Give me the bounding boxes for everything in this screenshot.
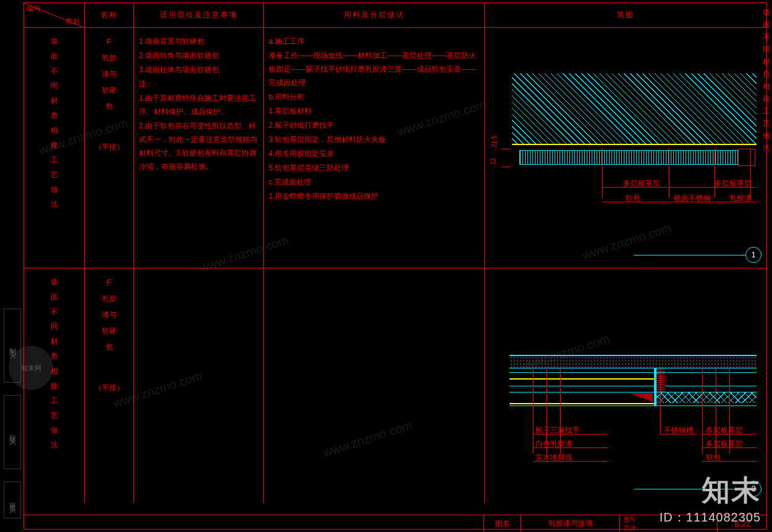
name-sub: （平接） xyxy=(90,139,128,155)
footer-code: B-22 xyxy=(718,515,767,532)
diagram1-leader xyxy=(669,149,669,198)
category-text: 墙面不同材质相接工艺做法 xyxy=(29,34,79,212)
diagram1-dim xyxy=(501,149,511,167)
d1-label-c: 软包 xyxy=(626,193,640,204)
cell-methods xyxy=(264,268,485,503)
diagram1-leader xyxy=(602,149,603,198)
diagram2-red-hatch xyxy=(657,368,665,392)
table-row: 墙面不同材质相接工艺做法 F乳胶漆与软硬包 （平接） xyxy=(24,268,766,503)
footer-yeci-label: 页次 xyxy=(624,524,636,532)
d1-label-e: 乳胶漆 xyxy=(729,193,752,204)
title-block: 图名 乳胶漆与玻璃 图号 页次 B-22 xyxy=(23,515,767,532)
footer-tuming-value: 乳胶漆与玻璃 xyxy=(521,515,620,532)
diagram2-red-wedge xyxy=(629,393,653,402)
diagram1-yellow-line xyxy=(512,144,757,145)
d2-left-a: 腻子三遍找平 xyxy=(535,425,580,436)
footer-tuhao-label: 图号 xyxy=(624,515,636,524)
diagram2-speckle xyxy=(510,355,757,368)
diagram1-leader xyxy=(715,149,715,198)
cell-diagram-1: 21.5 12 多层板基层 多层板基层 软包 镜面不锈钢 乳胶漆 1 xyxy=(485,28,766,268)
left-strip-3: 审核人 xyxy=(4,481,21,518)
diagram2-leader xyxy=(702,367,703,454)
footer-spacer xyxy=(23,515,484,532)
header-diagonal: 编号 类别 xyxy=(24,3,85,27)
cell-name: F乳胶漆与软硬包 （平接） xyxy=(85,268,134,503)
name-main: F乳胶漆与软硬包 xyxy=(90,34,128,114)
cell-category: 墙面不同材质相接工艺做法 xyxy=(24,28,85,268)
header-diagram: 简图 xyxy=(485,3,766,27)
d2-right-a: 多层板基层 xyxy=(706,425,743,436)
cell-name: F乳胶漆与软硬包 （平接） xyxy=(85,28,134,268)
d1-label-a: 多层板基层 xyxy=(623,178,660,189)
d2-left-b: 白色乳胶漆 xyxy=(535,439,573,449)
header-note: 适用部位及注意事项 xyxy=(134,3,264,27)
right-vertical-title: 墙面不同材质相接工艺做法 xyxy=(762,6,771,154)
d1-label-d: 镜面不锈钢 xyxy=(674,193,711,204)
footer-tuhao: 图号 页次 xyxy=(620,515,718,532)
cell-notes xyxy=(134,268,264,503)
header-diag-top: 编号 xyxy=(27,4,41,14)
d2-mid: 不锈钢槽 xyxy=(664,425,694,436)
diagram2-leader xyxy=(660,367,661,435)
header-diag-bottom: 类别 xyxy=(65,17,80,26)
cell-methods: a.施工工序准备工作——现场放线——材料加工——基层处理——基层防火板固定——腻… xyxy=(264,28,485,268)
notes-text: 1.墙面背景与软硬包2.墙面转角与墙面软硬包3.墙面柱体与墙面软硬包注：1.由于… xyxy=(139,35,258,173)
d1-label-b: 多层板基层 xyxy=(715,178,752,189)
cell-diagram-2: 腻子三遍找平 白色乳胶漆 实木地脚线 不锈钢槽 多层板基层 多层板基层 软包 2 xyxy=(485,268,766,503)
diagram1-dim2: 12 xyxy=(490,158,497,165)
footer-tuming-label: 图名 xyxy=(484,515,521,532)
d2-right-b: 多层板基层 xyxy=(706,439,743,449)
name-sub: （平接） xyxy=(90,380,128,396)
table-row: 墙面不同材质相接工艺做法 F乳胶漆与软硬包 （平接） 1.墙面背景与软硬包2.墙… xyxy=(24,28,766,268)
d2-right-c: 软包 xyxy=(706,452,721,463)
diagram2-marker: 2 xyxy=(745,481,762,497)
diagram1-red-box xyxy=(738,149,755,166)
diagram2-yellow xyxy=(510,378,654,380)
diagram1-dim1: 21.5 xyxy=(491,136,498,148)
diagram1-uline xyxy=(669,187,715,188)
name-main: F乳胶漆与软硬包 xyxy=(90,275,128,355)
cell-notes: 1.墙面背景与软硬包2.墙面转角与墙面软硬包3.墙面柱体与墙面软硬包注：1.由于… xyxy=(134,28,264,268)
table-header: 编号 类别 名称 适用部位及注意事项 用料及分层做法 简图 xyxy=(24,3,766,28)
diagram1-marker-line xyxy=(634,255,745,256)
header-name: 名称 xyxy=(85,3,134,27)
diagram1-leader xyxy=(750,149,751,198)
diagram2-marker-line xyxy=(634,489,745,489)
header-method: 用料及分层做法 xyxy=(264,3,485,27)
left-strip-2: 校核人 xyxy=(4,395,21,469)
diagram1-hatch xyxy=(512,73,757,145)
diagram2-crosshatch xyxy=(657,392,757,403)
methods-text: a.施工工序准备工作——现场放线——材料加工——基层处理——基层防火板固定——腻… xyxy=(269,35,479,203)
drawing-frame: 编号 类别 名称 适用部位及注意事项 用料及分层做法 简图 墙面不同材质相接工艺… xyxy=(23,2,767,530)
diagram1-marker: 1 xyxy=(745,247,762,263)
left-strip-1: 制图人 xyxy=(4,309,21,383)
diagram1-band xyxy=(519,150,738,165)
category-text: 墙面不同材质相接工艺做法 xyxy=(29,275,79,452)
diagram2-leader xyxy=(533,367,534,454)
diagram2-yellow xyxy=(510,403,654,404)
d2-left-c: 实木地脚线 xyxy=(535,452,573,463)
cell-category: 墙面不同材质相接工艺做法 xyxy=(24,268,85,503)
